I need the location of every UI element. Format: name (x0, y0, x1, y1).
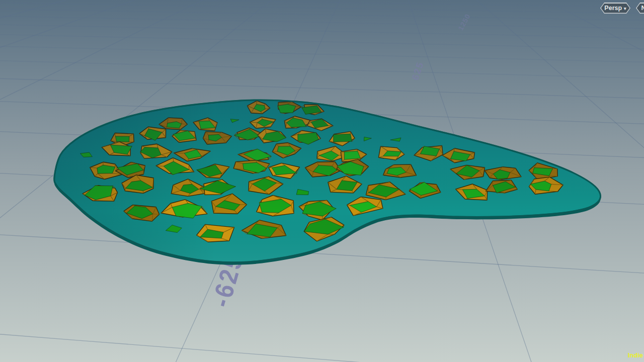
grid-axis-label: 1250 (456, 13, 472, 32)
grid-axis-label: 625 (410, 60, 427, 82)
camera-view-label: Persp (604, 5, 622, 12)
camera-select-menu[interactable]: N (636, 3, 644, 14)
camera-select-label: N (641, 5, 644, 12)
caret-down-icon: ▾ (624, 7, 626, 11)
voronoi-blob-object[interactable] (0, 0, 644, 362)
3d-viewport: -625 625 1250 Persp ▾ N Indie (0, 0, 644, 362)
camera-view-menu[interactable]: Persp ▾ (600, 3, 630, 14)
license-watermark: Indie (628, 351, 643, 359)
